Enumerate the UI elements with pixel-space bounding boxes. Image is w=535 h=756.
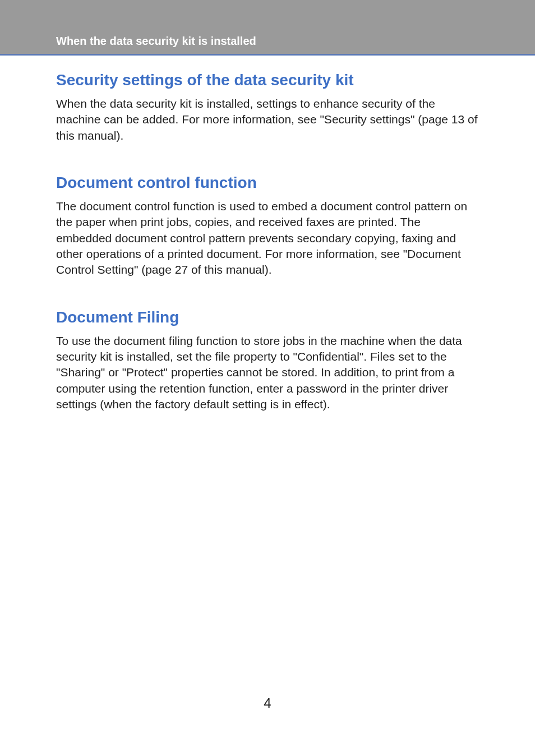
section-heading: Document Filing — [56, 308, 479, 326]
page-number: 4 — [0, 695, 535, 711]
section-heading: Document control function — [56, 174, 479, 192]
page-header: When the data security kit is installed — [56, 35, 256, 48]
header-title: When the data security kit is installed — [56, 35, 256, 47]
section-body: The document control function is used to… — [56, 199, 479, 278]
section-body: To use the document filing function to s… — [56, 333, 479, 413]
section-document-filing: Document Filing To use the document fili… — [56, 308, 479, 413]
section-heading: Security settings of the data security k… — [56, 71, 479, 89]
section-security-settings: Security settings of the data security k… — [56, 71, 479, 144]
section-body: When the data security kit is installed,… — [56, 96, 479, 144]
section-document-control: Document control function The document c… — [56, 174, 479, 278]
content-area: Security settings of the data security k… — [0, 54, 535, 756]
